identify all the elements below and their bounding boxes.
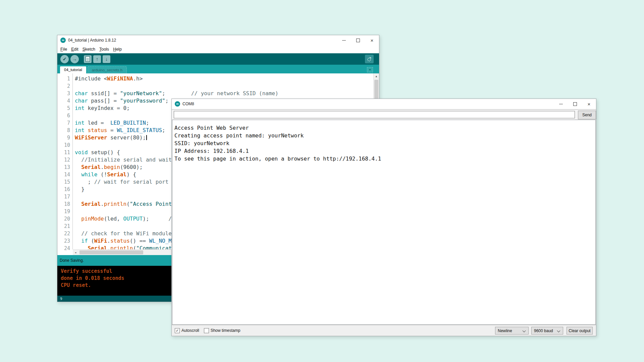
serial-maximize-button[interactable] [568,99,582,109]
upload-icon: → [72,56,77,62]
ide-title-bar[interactable]: ∞ 04_tutorial | Arduino 1.8.12 × [57,35,379,45]
arduino-logo-icon: ∞ [60,38,66,43]
chevron-down-icon: ▼ [369,68,371,71]
serial-output-area[interactable]: Access Point Web ServerCreating access p… [172,120,596,325]
maximize-icon [573,102,577,106]
code-line [75,82,373,90]
scroll-left-icon[interactable]: ◄ [73,250,78,255]
scroll-up-icon[interactable]: ▲ [374,73,379,79]
arduino-logo-icon: ∞ [175,101,180,107]
serial-minimize-button[interactable] [554,99,568,109]
clear-output-button[interactable]: Clear output [567,327,593,335]
chevron-down-icon [557,329,560,333]
serial-window-title: COM8 [182,102,194,106]
autoscroll-checkbox[interactable]: ✓ [175,328,180,333]
tab-arduino_secrets.h[interactable]: arduino_secrets.h [88,66,127,73]
code-line: #include <WiFiNINA.h> [75,75,373,82]
tab-strip: 04_tutorialarduino_secrets.h▼ [57,65,379,73]
serial-monitor-window: ∞ COM8 × Send Access Point Web ServerCre… [171,99,596,336]
verify-button[interactable]: ✓ [60,55,69,63]
save-icon: ↓ [105,56,108,62]
open-icon: ↑ [96,56,98,62]
close-icon: × [588,102,591,107]
upload-button[interactable]: → [70,55,79,63]
ide-window-title: 04_tutorial | Arduino 1.8.12 [68,38,116,43]
serial-output-line: To see this page in action, open a brows… [174,155,593,163]
toolbar: ✓ → ↑ ↓ [57,53,379,65]
autoscroll-label: Autoscroll [181,328,199,333]
menu-bar: FileEditSketchToolsHelp [57,45,379,53]
status-text: Done Saving. [60,258,84,263]
serial-output-line: Creating access point named: yourNetwork [174,132,593,139]
code-line: char ssid[] = "yourNetwork"; // your net… [75,90,373,97]
line-ending-select[interactable]: Newline [495,327,529,335]
horizontal-scrollbar-thumb[interactable] [79,250,143,254]
maximize-icon [356,39,360,42]
menu-edit[interactable]: Edit [69,46,80,52]
menu-sketch[interactable]: Sketch [80,46,97,52]
verify-icon: ✓ [63,56,67,62]
close-icon: × [371,38,374,43]
tab-04_tutorial[interactable]: 04_tutorial [60,66,86,73]
new-sketch-button[interactable] [84,55,92,63]
serial-output-line: IP Address: 192.168.4.1 [174,147,593,155]
tab-menu-button[interactable]: ▼ [367,67,373,72]
line-number-gutter: 123456789101112131415161718192021222324 [57,73,73,249]
ide-close-button[interactable]: × [365,35,379,45]
new-sketch-icon [86,56,90,62]
ide-maximize-button[interactable] [351,35,365,45]
desktop: { "page": {"background": "#DDF3EF"}, "ar… [0,0,644,362]
serial-monitor-button[interactable] [365,55,374,63]
text-caret [146,135,147,140]
menu-tools[interactable]: Tools [97,46,111,52]
save-button[interactable]: ↓ [103,55,110,63]
menu-file[interactable]: File [58,46,69,52]
show-timestamp-checkbox[interactable] [204,328,209,333]
serial-title-bar[interactable]: ∞ COM8 × [172,99,596,109]
serial-content: Send Access Point Web ServerCreating acc… [172,109,596,336]
current-line-indicator: 9 [60,297,62,301]
baud-rate-select[interactable]: 9600 baud [531,327,563,335]
menu-help[interactable]: Help [111,46,124,52]
open-button[interactable]: ↑ [93,55,101,63]
serial-monitor-icon [367,57,371,61]
serial-output-line: Access Point Web Server [174,124,593,132]
show-timestamp-label: Show timestamp [211,328,240,333]
serial-message-input[interactable] [174,111,575,118]
send-button[interactable]: Send [578,111,596,119]
serial-output-line: SSID: yourNetwork [174,139,593,147]
ide-minimize-button[interactable] [337,35,351,45]
serial-close-button[interactable]: × [582,99,596,109]
minimize-icon [559,104,563,104]
chevron-down-icon [523,329,526,333]
serial-bottom-bar: ✓ Autoscroll Show timestamp Newline 9600… [172,325,596,336]
minimize-icon [342,40,346,41]
